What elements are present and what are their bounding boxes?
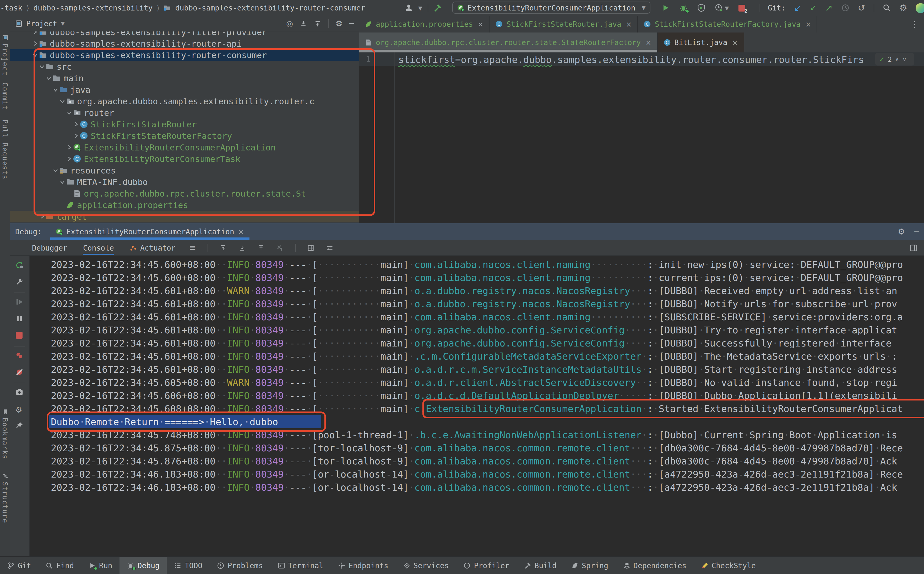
chevron-right-icon[interactable]: [72, 132, 80, 139]
settings-gear-icon[interactable]: ⚙: [899, 3, 907, 13]
tree-row[interactable]: java: [10, 84, 359, 95]
chevron-down-icon[interactable]: [59, 178, 66, 186]
tree-row[interactable]: src: [10, 61, 359, 73]
tool-strip-pull-requests[interactable]: Pull Requests: [0, 120, 10, 180]
editor-tab[interactable]: CStickFirstStateRouter.java×: [490, 16, 638, 33]
debug-button[interactable]: [679, 4, 688, 12]
collapse-all-icon[interactable]: [314, 20, 321, 27]
close-icon[interactable]: ×: [732, 38, 738, 46]
tool-window-button-endpoints[interactable]: Endpoints: [331, 557, 396, 574]
chevron-right-icon[interactable]: [72, 121, 80, 128]
profiler-button[interactable]: ▼: [715, 4, 729, 12]
tool-strip-commit[interactable]: Commit: [0, 82, 10, 110]
mute-breakpoints-icon[interactable]: [15, 368, 24, 378]
build-hammer-icon[interactable]: [433, 4, 442, 12]
scroll-to-top-icon[interactable]: [220, 244, 227, 251]
breadcrumb-module[interactable]: dubbo-samples-extensibility-router-consu…: [175, 4, 365, 12]
thread-dump-camera-icon[interactable]: [15, 388, 24, 398]
tree-row[interactable]: dubbo-samples-extensibility-filter-provi…: [10, 32, 359, 38]
tree-row[interactable]: org.apache.dubbo.samples.extensibility.r…: [10, 95, 359, 107]
tool-window-button-git[interactable]: Git: [0, 557, 39, 574]
tree-row[interactable]: router: [10, 107, 359, 118]
tool-window-button-terminal[interactable]: Terminal: [270, 557, 331, 574]
rollback-icon[interactable]: ↺: [858, 3, 865, 13]
tree-row[interactable]: META-INF.dubbo: [10, 176, 359, 188]
close-icon[interactable]: ×: [645, 38, 651, 46]
tree-row[interactable]: dubbo-samples-extensibility-router-consu…: [10, 49, 359, 61]
editor-tab[interactable]: CStickFirstStateRouterFactory.java×: [638, 16, 817, 33]
tool-strip-bookmarks[interactable]: Bookmarks: [0, 409, 10, 459]
tool-window-button-find[interactable]: Find: [39, 557, 81, 574]
tool-window-button-profiler[interactable]: Profiler: [456, 557, 517, 574]
locate-file-icon[interactable]: ◎: [286, 19, 293, 28]
close-icon[interactable]: ×: [238, 227, 244, 236]
scroll-to-end-icon[interactable]: [239, 244, 246, 251]
chevron-right-icon[interactable]: [31, 40, 39, 47]
close-icon[interactable]: ×: [478, 20, 483, 28]
tree-row[interactable]: main: [10, 73, 359, 84]
debug-tab-actuator[interactable]: Actuator: [130, 240, 176, 255]
chevron-down-icon[interactable]: [59, 98, 66, 105]
chevron-down-icon[interactable]: [52, 86, 59, 93]
run-configuration-select[interactable]: ExtensibilityRouterConsumerApplication ▼: [452, 2, 650, 14]
user-avatar[interactable]: [916, 3, 924, 13]
breadcrumb-project[interactable]: dubbo-samples-extensibility: [33, 4, 153, 12]
prev-problem-chevron-icon[interactable]: ∧: [895, 56, 899, 63]
hide-panel-icon[interactable]: ─: [349, 19, 354, 27]
tree-row[interactable]: CStickFirstStateRouterFactory: [10, 130, 359, 142]
chevron-right-icon[interactable]: [66, 155, 73, 162]
console-settings-icon[interactable]: [326, 244, 334, 251]
editor-tab[interactable]: application.properties×: [359, 16, 490, 33]
pause-icon[interactable]: [15, 314, 24, 325]
stop-icon[interactable]: [15, 331, 23, 339]
tool-window-button-todo[interactable]: TODO: [167, 557, 209, 574]
modify-run-config-wrench-icon[interactable]: [15, 278, 24, 288]
git-push-icon[interactable]: ↗: [825, 3, 833, 13]
tool-window-button-spring[interactable]: Spring: [564, 557, 615, 574]
tool-strip-structure[interactable]: Structure: [0, 473, 10, 524]
chevron-down-icon[interactable]: [45, 74, 52, 82]
debug-console-output[interactable]: 2023-02-16T22:34:45.600+08:00··INFO·8034…: [29, 256, 924, 557]
tree-row[interactable]: CExtensibilityRouterConsumerTask: [10, 153, 359, 165]
chevron-down-icon[interactable]: [31, 51, 39, 59]
line-number[interactable]: 1: [359, 52, 370, 66]
tool-window-button-run[interactable]: Run: [81, 557, 120, 574]
chevron-right-icon[interactable]: [66, 144, 73, 151]
close-icon[interactable]: ×: [626, 20, 632, 28]
tree-row[interactable]: resources: [10, 165, 359, 176]
breadcrumb-root[interactable]: o-task: [0, 4, 22, 12]
chevron-right-icon[interactable]: [38, 213, 46, 220]
tool-window-button-debug[interactable]: Debug: [120, 557, 167, 574]
view-breakpoints-icon[interactable]: [15, 351, 24, 362]
user-icon[interactable]: [405, 4, 413, 12]
rerun-icon[interactable]: [15, 261, 24, 271]
editor-tab[interactable]: CBitList.java×: [658, 33, 744, 52]
tool-window-button-services[interactable]: Services: [396, 557, 456, 574]
tool-window-button-dependencies[interactable]: Dependencies: [615, 557, 694, 574]
code-line[interactable]: stickfirst=org.apache.dubbo.samples.exte…: [398, 52, 864, 66]
debug-settings-gear-icon[interactable]: ⚙: [15, 405, 22, 415]
tree-row[interactable]: ExtensibilityRouterConsumerApplication: [10, 142, 359, 153]
stop-button[interactable]: 2: [738, 5, 745, 11]
search-everywhere-icon[interactable]: [883, 4, 891, 12]
options-gear-icon[interactable]: ⚙: [335, 19, 343, 28]
tree-row[interactable]: dubbo-samples-extensibility-router-api: [10, 38, 359, 49]
tree-row[interactable]: org.apache.dubbo.rpc.cluster.router.stat…: [10, 188, 359, 199]
debug-tab-debugger[interactable]: Debugger: [32, 240, 67, 255]
run-button[interactable]: [661, 4, 670, 12]
git-commit-check-icon[interactable]: ✓: [810, 3, 817, 13]
debug-tab-console[interactable]: Console: [83, 240, 114, 255]
tool-window-button-build[interactable]: Build: [517, 557, 564, 574]
editor-tab[interactable]: org.apache.dubbo.rpc.cluster.router.stat…: [359, 33, 658, 52]
tool-window-button-problems[interactable]: Problems: [209, 557, 270, 574]
close-icon[interactable]: ×: [805, 20, 811, 28]
history-icon[interactable]: [841, 4, 849, 12]
chevron-down-icon[interactable]: ▼: [61, 20, 65, 26]
debug-session-tab[interactable]: ExtensibilityRouterConsumerApplication ×: [49, 223, 250, 240]
tab-options-kebab-icon[interactable]: ⋮: [910, 16, 924, 33]
next-problem-chevron-icon[interactable]: ∨: [902, 56, 907, 63]
inspections-widget[interactable]: ✓ 2 ∧ ∨: [875, 53, 914, 66]
settings-gear-icon[interactable]: ⚙: [898, 227, 905, 237]
tool-window-button-checkstyle[interactable]: CheckStyle: [694, 557, 763, 574]
run-with-coverage-button[interactable]: [697, 4, 705, 12]
